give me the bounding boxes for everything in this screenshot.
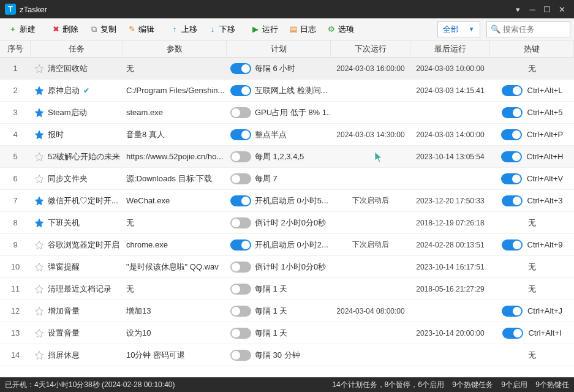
plan-toggle[interactable] <box>230 85 251 96</box>
new-button[interactable]: +新建 <box>4 21 40 37</box>
search-box[interactable]: 🔍 <box>486 21 571 37</box>
plan-toggle[interactable] <box>230 151 251 162</box>
cell-hotkey: Ctrl+Alt+L <box>490 85 574 96</box>
task-name: 微信开机♡定时开... <box>48 195 118 206</box>
titlebar: T zTasker ▾ ─ ☐ ✕ <box>0 0 574 18</box>
plan-text: 开机启动后 0小时5... <box>255 195 328 206</box>
plan-toggle[interactable] <box>230 63 251 74</box>
plan-toggle[interactable] <box>230 239 251 251</box>
arrow-up-icon: ↑ <box>170 25 179 34</box>
hotkey-toggle[interactable] <box>501 129 522 140</box>
cell-last: 2023-12-20 17:50:33 <box>410 197 490 205</box>
table-row[interactable]: 2 原神启动 ✔ C:/Program Files/Genshin... 互联网… <box>0 80 574 102</box>
col-param[interactable]: 参数 <box>123 40 227 57</box>
hotkey-toggle[interactable] <box>502 239 523 251</box>
col-task[interactable]: 任务 <box>31 40 123 57</box>
plan-toggle[interactable] <box>230 328 251 339</box>
star-icon[interactable] <box>34 196 44 206</box>
table-row[interactable]: 4 报时 音量8 真人 整点半点 2024-03-03 14:30:00 202… <box>0 124 574 146</box>
plan-toggle[interactable] <box>230 173 251 184</box>
star-icon[interactable] <box>34 328 44 338</box>
table-row[interactable]: 14 挡屏休息 10分钟 密码可退 每隔 30 分钟 无 <box>0 344 574 366</box>
play-icon: ▶ <box>251 25 260 34</box>
hotkey-text: Ctrl+Alt+L <box>527 86 563 95</box>
plan-toggle[interactable] <box>230 284 251 295</box>
star-icon[interactable] <box>34 240 44 250</box>
table-row[interactable]: 5 52破解心开始の未来 https://www.52pojie.cn/ho..… <box>0 146 574 168</box>
maximize-button[interactable]: ☐ <box>540 2 554 17</box>
table-row[interactable]: 12 增加音量 增加13 每隔 1 天 2024-03-04 08:00:00 … <box>0 300 574 322</box>
log-button[interactable]: ▤日志 <box>284 21 321 37</box>
plan-toggle[interactable] <box>230 107 251 118</box>
hotkey-toggle[interactable] <box>501 173 522 184</box>
cell-hotkey: Ctrl+Alt+P <box>490 129 574 140</box>
cell-task: 挡屏休息 <box>31 350 123 361</box>
task-name: 弹窗提醒 <box>48 262 80 273</box>
table-row[interactable]: 9 谷歌浏览器定时开启 chrome.exe 开机启动后 0小时2... 下次启… <box>0 234 574 256</box>
star-icon[interactable] <box>34 130 44 140</box>
star-icon[interactable] <box>34 152 44 162</box>
col-idx[interactable]: 序号 <box>0 40 31 57</box>
table-row[interactable]: 11 清理最近文档记录 无 每隔 1 天 2018-05-16 21:27:29… <box>0 278 574 300</box>
star-icon[interactable] <box>34 262 44 272</box>
copy-button[interactable]: ⧉复制 <box>85 21 121 37</box>
cell-param: 无 <box>123 217 227 228</box>
cell-param: WeChat.exe <box>123 196 227 205</box>
plan-toggle[interactable] <box>230 195 251 206</box>
col-plan[interactable]: 计划 <box>227 40 331 57</box>
hotkey-toggle[interactable] <box>502 195 523 206</box>
cell-idx: 7 <box>0 196 31 205</box>
options-button[interactable]: ⚙选项 <box>322 21 359 37</box>
filter-dropdown[interactable]: 全部▼ <box>437 21 480 37</box>
hotkey-toggle[interactable] <box>501 151 522 162</box>
star-icon[interactable] <box>34 350 44 360</box>
plan-toggle[interactable] <box>230 262 251 273</box>
table-row[interactable]: 3 Steam启动 steam.exe GPU占用 低于 8% 1... Ctr… <box>0 102 574 124</box>
movedown-button[interactable]: ↓下移 <box>203 21 240 37</box>
star-icon[interactable] <box>34 174 44 184</box>
star-icon[interactable] <box>34 218 44 228</box>
col-hotkey[interactable]: 热键 <box>490 40 574 57</box>
star-icon[interactable] <box>34 284 44 294</box>
cell-last: 2018-05-16 21:27:29 <box>410 285 490 293</box>
cell-next: 2024-03-03 14:30:00 <box>331 130 410 139</box>
star-icon[interactable] <box>34 108 44 118</box>
col-last[interactable]: 最后运行 <box>410 40 490 57</box>
star-icon[interactable] <box>34 86 44 96</box>
table-row[interactable]: 1 清空回收站 无 每隔 6 小时 2024-03-03 16:00:00 20… <box>0 58 574 80</box>
run-button[interactable]: ▶运行 <box>246 21 283 37</box>
hotkey-toggle[interactable] <box>502 328 523 339</box>
cell-plan: 每隔 1 天 <box>227 328 331 339</box>
edit-button[interactable]: ✎编辑 <box>123 21 159 37</box>
status-right: 14个计划任务，8个暂停，6个启用 9个热键任务 9个启用 9个热键任 <box>326 380 569 390</box>
hotkey-toggle[interactable] <box>502 306 523 317</box>
hotkey-toggle[interactable] <box>502 107 523 118</box>
plan-toggle[interactable] <box>230 217 251 228</box>
plan-toggle[interactable] <box>230 306 251 317</box>
task-name: 谷歌浏览器定时开启 <box>48 239 119 251</box>
star-icon[interactable] <box>34 64 44 74</box>
star-icon[interactable] <box>34 306 44 316</box>
plan-toggle[interactable] <box>230 129 251 140</box>
app-title: zTasker <box>20 5 510 14</box>
dropdown-icon[interactable]: ▾ <box>510 2 525 17</box>
moveup-button[interactable]: ↑上移 <box>165 21 202 37</box>
col-next[interactable]: 下次运行 <box>331 40 410 57</box>
cell-task: 设置音量 <box>31 328 123 339</box>
plan-toggle[interactable] <box>230 350 251 361</box>
search-input[interactable] <box>503 24 567 34</box>
hotkey-toggle[interactable] <box>502 85 523 96</box>
cell-idx: 13 <box>0 328 31 337</box>
table-row[interactable]: 13 设置音量 设为10 每隔 1 天 2023-10-14 20:00:00 … <box>0 322 574 344</box>
cell-plan: 每周 7 <box>227 173 331 184</box>
table-row[interactable]: 7 微信开机♡定时开... WeChat.exe 开机启动后 0小时5... 下… <box>0 190 574 212</box>
table-row[interactable]: 10 弹窗提醒 "是时候该休息啦" QQ.wav 倒计时 1小时0分0秒 202… <box>0 256 574 278</box>
minimize-button[interactable]: ─ <box>525 2 540 17</box>
cell-task: 增加音量 <box>31 306 123 317</box>
table-row[interactable]: 6 同步文件夹 源:Downloads 目标:下载 每周 7 Ctrl+Alt+… <box>0 168 574 190</box>
task-name: 设置音量 <box>48 328 80 339</box>
delete-button[interactable]: ✖删除 <box>47 21 83 37</box>
cell-idx: 3 <box>0 108 31 117</box>
table-row[interactable]: 8 下班关机 无 倒计时 2小时0分0秒 2018-12-19 07:26:18… <box>0 212 574 234</box>
close-button[interactable]: ✕ <box>554 2 569 17</box>
